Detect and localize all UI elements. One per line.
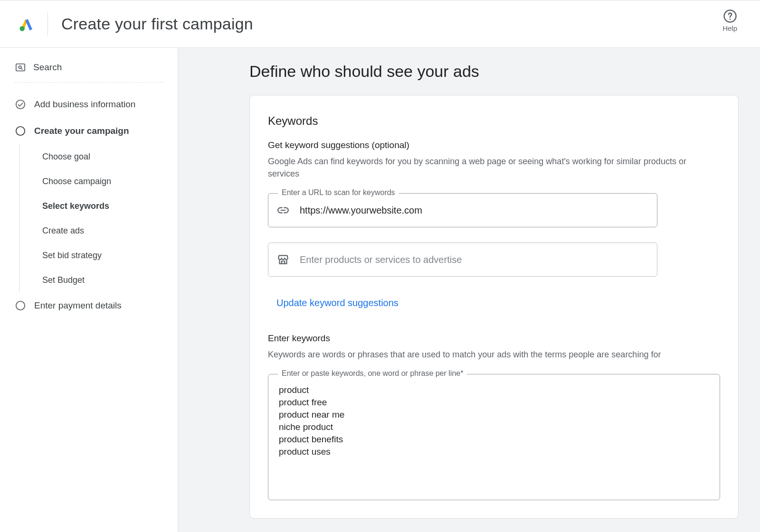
content-title: Define who should see your ads bbox=[249, 62, 760, 81]
sidebar-sub-label: Select keywords bbox=[42, 201, 109, 211]
svg-rect-3 bbox=[16, 64, 25, 71]
enter-keywords-heading: Enter keywords bbox=[268, 333, 720, 344]
sidebar-step-label: Create your campaign bbox=[34, 126, 129, 136]
enter-keywords-desc: Keywords are words or phrases that are u… bbox=[268, 348, 714, 361]
keywords-card: Keywords Get keyword suggestions (option… bbox=[249, 95, 739, 519]
suggestions-heading: Get keyword suggestions (optional) bbox=[268, 140, 720, 150]
google-ads-logo-icon bbox=[19, 17, 34, 32]
products-input[interactable] bbox=[300, 254, 648, 265]
sidebar-search-label: Search bbox=[33, 62, 62, 73]
sidebar-step-business-info[interactable]: Add business information bbox=[0, 91, 178, 118]
sidebar-sub-set-budget[interactable]: Set Budget bbox=[42, 268, 178, 292]
sidebar-sub-label: Set Budget bbox=[42, 275, 85, 285]
svg-point-6 bbox=[16, 100, 25, 109]
page-header-title: Create your first campaign bbox=[61, 15, 253, 33]
sidebar-sub-set-bid-strategy[interactable]: Set bid strategy bbox=[42, 243, 178, 268]
app-header: Create your first campaign Help bbox=[0, 0, 760, 48]
radio-empty-icon bbox=[15, 300, 26, 311]
url-float-label: Enter a URL to scan for keywords bbox=[278, 188, 399, 197]
sidebar-substeps: Choose goal Choose campaign Select keywo… bbox=[19, 144, 178, 292]
check-circle-icon bbox=[15, 99, 26, 110]
header-divider bbox=[48, 13, 48, 36]
sidebar-sub-create-ads[interactable]: Create ads bbox=[42, 218, 178, 243]
url-scan-field[interactable]: Enter a URL to scan for keywords bbox=[268, 193, 657, 227]
sidebar-search[interactable]: Search bbox=[14, 62, 163, 83]
page-search-icon bbox=[15, 62, 26, 73]
svg-point-8 bbox=[16, 301, 25, 310]
sidebar-step-payment[interactable]: Enter payment details bbox=[0, 292, 178, 319]
help-icon bbox=[723, 9, 737, 23]
storefront-icon bbox=[277, 253, 289, 266]
link-icon bbox=[277, 204, 289, 216]
keywords-textarea[interactable] bbox=[279, 384, 709, 488]
sidebar-sub-label: Choose campaign bbox=[42, 177, 111, 187]
sidebar: Search Add business information Create y… bbox=[0, 48, 178, 532]
help-button[interactable]: Help bbox=[722, 9, 737, 32]
keywords-field[interactable]: Enter or paste keywords, one word or phr… bbox=[268, 374, 720, 500]
products-field[interactable] bbox=[268, 243, 657, 277]
svg-point-0 bbox=[19, 26, 25, 31]
svg-line-5 bbox=[21, 68, 22, 70]
keywords-float-label: Enter or paste keywords, one word or phr… bbox=[278, 369, 467, 378]
sidebar-step-label: Add business information bbox=[34, 99, 135, 110]
sidebar-sub-choose-campaign[interactable]: Choose campaign bbox=[42, 169, 178, 194]
sidebar-sub-select-keywords[interactable]: Select keywords bbox=[42, 194, 178, 218]
sidebar-sub-label: Choose goal bbox=[42, 152, 90, 162]
sidebar-step-label: Enter payment details bbox=[34, 300, 122, 311]
sidebar-sub-label: Set bid strategy bbox=[42, 251, 102, 261]
sidebar-step-create-campaign[interactable]: Create your campaign bbox=[0, 118, 178, 144]
svg-point-7 bbox=[16, 127, 25, 135]
card-section-title: Keywords bbox=[268, 114, 720, 128]
suggestions-desc: Google Ads can find keywords for you by … bbox=[268, 155, 714, 180]
main-content: Define who should see your ads Keywords … bbox=[178, 48, 760, 532]
update-suggestions-link[interactable]: Update keyword suggestions bbox=[276, 298, 399, 308]
radio-empty-icon bbox=[15, 126, 26, 136]
sidebar-sub-label: Create ads bbox=[42, 226, 84, 236]
help-label: Help bbox=[722, 24, 737, 32]
sidebar-sub-choose-goal[interactable]: Choose goal bbox=[42, 144, 178, 169]
svg-point-2 bbox=[729, 19, 731, 20]
url-input[interactable] bbox=[300, 205, 648, 216]
